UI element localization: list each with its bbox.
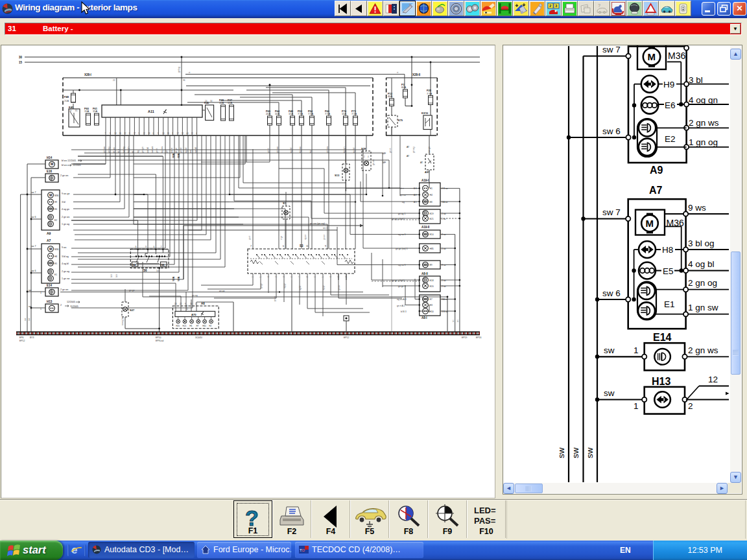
svg-text:EP9Lnd: EP9Lnd xyxy=(156,340,163,342)
svg-text:gn: gn xyxy=(165,150,168,153)
svg-text:ws rt: ws rt xyxy=(171,147,173,153)
svg-text:4: 4 xyxy=(368,156,369,158)
svg-text:bl ws 12/2005: bl ws 12/2005 xyxy=(62,159,76,162)
svg-text:sw 7: sw 7 xyxy=(31,245,36,248)
svg-text:EP16: EP16 xyxy=(476,336,481,339)
svg-text:A70: A70 xyxy=(191,313,196,316)
svg-text:ws rt: ws rt xyxy=(323,227,327,229)
svg-text:og sw: og sw xyxy=(304,234,307,240)
svg-text:K79: K79 xyxy=(398,119,403,122)
svg-text:2 gn og: 2 gn og xyxy=(62,270,69,273)
svg-text:E18: E18 xyxy=(430,279,434,282)
svg-text:bl rt: bl rt xyxy=(117,148,120,153)
svg-text:7.5A: 7.5A xyxy=(325,112,331,115)
svg-text:3 A sw: 3 A sw xyxy=(442,298,448,301)
svg-text:2 gn og: 2 gn og xyxy=(688,278,717,288)
svg-text:2 gn ws: 2 gn ws xyxy=(689,118,719,128)
svg-text:bl: bl xyxy=(132,151,134,153)
svg-text:32: 32 xyxy=(124,132,126,135)
svg-text:og bl: og bl xyxy=(290,148,292,153)
svg-text:H9: H9 xyxy=(663,80,674,89)
svg-text:og ws A 3: og ws A 3 xyxy=(397,298,407,301)
svg-text:A9: A9 xyxy=(650,165,663,176)
svg-text:bl rt: bl rt xyxy=(400,187,404,190)
svg-text:AT: AT xyxy=(420,161,423,164)
svg-text:18: 18 xyxy=(148,132,150,135)
svg-text:M36: M36 xyxy=(54,248,58,251)
svg-text:7: 7 xyxy=(160,246,161,248)
svg-text:og: og xyxy=(137,150,139,153)
svg-text:E5: E5 xyxy=(663,266,674,276)
svg-text:6: 6 xyxy=(283,245,284,248)
svg-text:sw og (sw): sw og (sw) xyxy=(121,316,124,325)
svg-text:sw: sw xyxy=(585,447,595,458)
svg-text:sw: sw xyxy=(604,388,615,398)
svg-text:VBN: VBN xyxy=(178,276,180,281)
svg-text:9 ws gn: 9 ws gn xyxy=(62,192,69,195)
svg-text:H14: H14 xyxy=(47,156,53,159)
svg-text:3 bl: 3 bl xyxy=(689,75,703,85)
svg-text:1 gn og: 1 gn og xyxy=(689,137,718,147)
svg-text:rt: rt xyxy=(397,71,398,74)
svg-text:7.5A: 7.5A xyxy=(351,112,357,115)
svg-text:15A: 15A xyxy=(84,110,89,113)
svg-text:2 sw: 2 sw xyxy=(442,233,446,236)
svg-text:85: 85 xyxy=(75,110,78,112)
svg-text:A 2: A 2 xyxy=(414,194,417,196)
svg-text:H2: H2 xyxy=(209,325,211,327)
svg-text:33: 33 xyxy=(167,132,170,135)
svg-text:11/2005: 11/2005 xyxy=(73,164,81,167)
svg-text:1 gn sw: 1 gn sw xyxy=(688,303,718,312)
svg-text:MF: MF xyxy=(383,152,386,155)
svg-text:EP12: EP12 xyxy=(19,340,25,342)
svg-text:og gn: og gn xyxy=(283,283,286,288)
svg-text:7: 7 xyxy=(250,245,252,248)
svg-text:9 ws: 9 ws xyxy=(62,246,67,249)
svg-text:gn sw: gn sw xyxy=(400,194,406,196)
svg-text:sw: sw xyxy=(556,447,566,458)
svg-text:?: ? xyxy=(598,3,600,8)
svg-text:3C005I: 3C005I xyxy=(195,336,202,339)
svg-text:A19-II: A19-II xyxy=(421,226,429,229)
svg-text:sw: sw xyxy=(456,319,459,322)
svg-text:30: 30 xyxy=(19,56,23,59)
svg-text:A11: A11 xyxy=(148,110,154,113)
svg-text:H13: H13 xyxy=(47,300,53,303)
svg-text:gn og: gn og xyxy=(412,146,415,153)
svg-text:2: 2 xyxy=(364,156,365,158)
svg-text:sw bl: sw bl xyxy=(195,147,197,153)
svg-text:EP10: EP10 xyxy=(156,336,161,339)
svg-text:1: 1 xyxy=(634,345,639,355)
svg-text:M36: M36 xyxy=(54,194,58,197)
svg-text:EP6: EP6 xyxy=(19,336,24,339)
svg-text:24: 24 xyxy=(205,100,208,102)
svg-text:A7: A7 xyxy=(47,239,51,242)
svg-text:H1: H1 xyxy=(430,187,433,190)
svg-text:gn rt: gn rt xyxy=(389,147,392,153)
svg-text:M36: M36 xyxy=(668,51,685,61)
svg-text:AT: AT xyxy=(407,155,410,158)
svg-text:gn ge: gn ge xyxy=(219,290,225,292)
svg-text:sw 6: sw 6 xyxy=(602,288,621,298)
svg-text:sw 6: sw 6 xyxy=(31,216,36,218)
svg-text:S4: S4 xyxy=(133,264,136,266)
svg-text:2 sw: 2 sw xyxy=(442,264,446,266)
svg-text:7.5A: 7.5A xyxy=(427,92,433,95)
svg-text:X28-II: X28-II xyxy=(412,73,420,76)
svg-text:22: 22 xyxy=(113,79,115,82)
svg-text:S13: S13 xyxy=(335,174,340,177)
svg-text:A9: A9 xyxy=(47,231,51,235)
svg-text:X28-I: X28-I xyxy=(84,73,91,76)
svg-text:bl rt: bl rt xyxy=(110,274,113,277)
svg-text:ws: ws xyxy=(189,150,192,153)
svg-text:3 bl: 3 bl xyxy=(62,201,65,204)
svg-text:E1: E1 xyxy=(664,299,675,309)
svg-text:15A: 15A xyxy=(93,110,97,113)
svg-text:E7: E7 xyxy=(430,298,433,301)
svg-text:gn ws: gn ws xyxy=(185,305,188,310)
svg-text:15: 15 xyxy=(19,61,23,64)
svg-text:og ge: og ge xyxy=(322,285,325,290)
svg-text:12/2005: 12/2005 xyxy=(67,301,75,303)
svg-text:A19-I: A19-I xyxy=(421,179,429,182)
svg-text:gn ge: gn ge xyxy=(260,283,263,288)
